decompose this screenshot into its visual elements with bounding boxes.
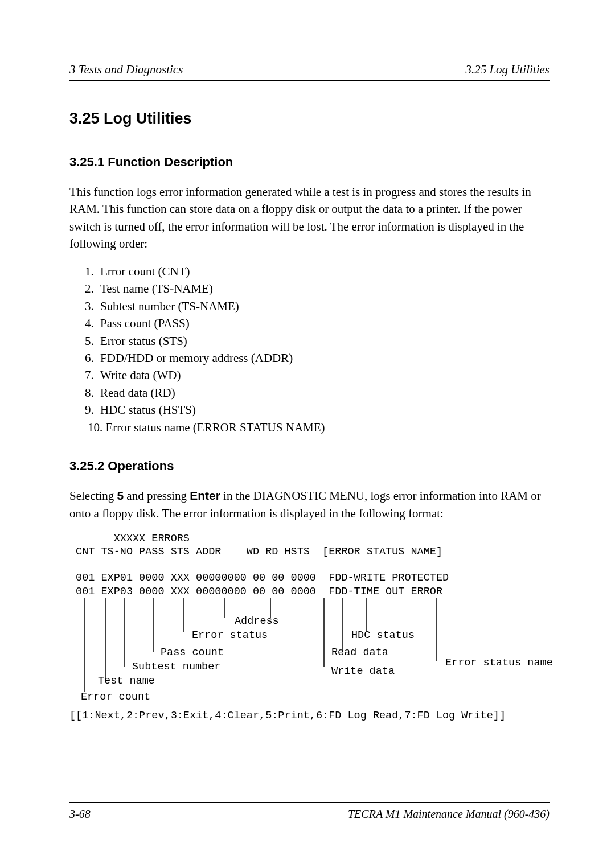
list-item: Pass count (PASS): [97, 315, 550, 332]
list-item: HDC status (HSTS): [97, 401, 550, 418]
list-item: Write data (WD): [97, 367, 550, 384]
p-prefix: Selecting: [69, 489, 117, 503]
error-format-diagram: XXXXX ERRORS CNT TS-NO PASS STS ADDR WD …: [69, 532, 550, 722]
subsection-title-2: 3.25.2 Operations: [69, 459, 550, 474]
list-item: Error status (STS): [97, 332, 550, 349]
header-left: 3 Tests and Diagnostics: [69, 63, 183, 77]
p-mid: and pressing: [124, 489, 190, 503]
list-item: 10. Error status name (ERROR STATUS NAME…: [84, 419, 550, 436]
page-header: 3 Tests and Diagnostics 3.25 Log Utiliti…: [69, 63, 550, 81]
label-write-data: Write data: [331, 665, 395, 677]
label-subtest-number: Subtest number: [132, 661, 220, 673]
list-item: Test name (TS-NAME): [97, 280, 550, 297]
label-error-count: Error count: [81, 691, 150, 703]
section-title: 3.25 Log Utilities: [69, 110, 550, 127]
list-item: Subtest number (TS-NAME): [97, 298, 550, 315]
diagram-svg: Address Error status HDC status Pass cou…: [69, 598, 571, 704]
list-item-text: Error status name (ERROR STATUS NAME): [106, 421, 325, 434]
label-error-status-name: Error status name: [445, 657, 553, 669]
list-item: Read data (RD): [97, 384, 550, 401]
header-right: 3.25 Log Utilities: [465, 63, 550, 77]
key-5: 5: [117, 489, 124, 502]
error-info-list: Error count (CNT) Test name (TS-NAME) Su…: [69, 263, 550, 436]
function-description-paragraph: This function logs error information gen…: [69, 183, 550, 253]
diagram-mono-top: XXXXX ERRORS CNT TS-NO PASS STS ADDR WD …: [69, 532, 550, 598]
label-hdc-status: HDC status: [351, 630, 415, 641]
label-error-status: Error status: [192, 630, 268, 641]
label-test-name: Test name: [98, 675, 155, 687]
label-address: Address: [235, 615, 279, 627]
list-item: Error count (CNT): [97, 263, 550, 280]
label-pass-count: Pass count: [161, 647, 224, 659]
list-item: FDD/HDD or memory address (ADDR): [97, 349, 550, 367]
footer-left: 3-68: [69, 808, 91, 821]
key-enter: Enter: [190, 489, 220, 502]
operations-paragraph: Selecting 5 and pressing Enter in the DI…: [69, 487, 550, 522]
diagram-mono-bottom: [[1:Next,2:Prev,3:Exit,4:Clear,5:Print,6…: [69, 709, 550, 722]
page: 3 Tests and Diagnostics 3.25 Log Utiliti…: [0, 0, 615, 855]
page-footer: 3-68 TECRA M1 Maintenance Manual (960-43…: [69, 802, 550, 821]
label-read-data: Read data: [331, 647, 388, 659]
footer-right: TECRA M1 Maintenance Manual (960-436): [348, 808, 550, 821]
subsection-title-1: 3.25.1 Function Description: [69, 155, 550, 170]
